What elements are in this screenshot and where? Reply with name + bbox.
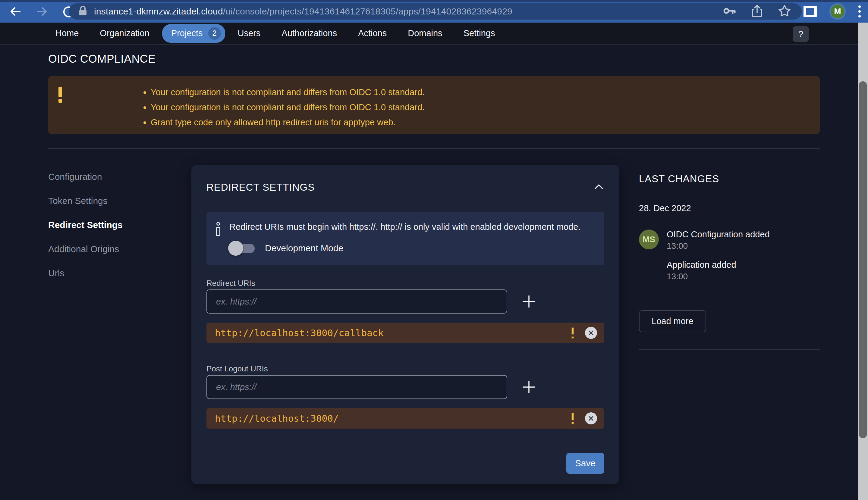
event-label: OIDC Configuration added <box>667 229 770 239</box>
redirect-uri-value: http://localhost:3000/callback <box>215 327 571 338</box>
tab-organization[interactable]: Organization <box>91 25 158 42</box>
dev-mode-info-text: Redirect URIs must begin with https://. … <box>229 221 580 233</box>
lock-icon <box>78 5 87 18</box>
post-logout-uri-input[interactable] <box>207 375 507 399</box>
projects-count-badge: 2 <box>208 27 221 40</box>
development-mode-toggle[interactable] <box>229 242 255 254</box>
address-bar[interactable]: instance1-dkmnzw.zitadel.cloud/ui/consol… <box>69 3 802 20</box>
tab-settings[interactable]: Settings <box>455 25 504 42</box>
tab-users[interactable]: Users <box>229 25 269 42</box>
share-icon[interactable] <box>752 4 763 19</box>
event-time: 13:00 <box>667 272 770 281</box>
section-divider <box>48 148 820 149</box>
changes-date: 28. Dec 2022 <box>639 203 820 213</box>
uri-warning-icon <box>571 413 574 424</box>
redirect-uri-chip: http://localhost:3000/callback <box>207 322 604 343</box>
window-top-edge <box>0 0 868 2</box>
tab-home[interactable]: Home <box>47 25 87 42</box>
compliance-warning-item: Your configuration is not compliant and … <box>151 84 425 100</box>
dev-mode-info-box: Redirect URIs must begin with https://. … <box>207 212 604 265</box>
subnav-item-token-settings[interactable]: Token Settings <box>48 196 123 206</box>
changes-divider <box>639 349 820 350</box>
url-host: instance1-dkmnzw.zitadel.cloud <box>94 6 223 16</box>
url-path: /ui/console/projects/194136146127618305/… <box>223 6 512 16</box>
last-changes-title: LAST CHANGES <box>639 173 820 185</box>
change-event: OIDC Configuration added 13:00 <box>667 229 770 251</box>
compliance-warning-box: Your configuration is not compliant and … <box>48 76 820 134</box>
subnav-item-urls[interactable]: Urls <box>48 268 123 278</box>
scrollbar-thumb[interactable] <box>859 81 867 438</box>
help-button[interactable]: ? <box>793 26 809 42</box>
post-logout-uri-chip: http://localhost:3000/ <box>207 408 604 429</box>
oidc-compliance-title: OIDC COMPLIANCE <box>48 53 156 65</box>
tab-domains[interactable]: Domains <box>399 25 450 42</box>
user-avatar: MS <box>639 229 659 249</box>
bookmark-star-icon[interactable] <box>778 4 791 19</box>
settings-subnav: Configuration Token Settings Redirect Se… <box>48 172 123 278</box>
event-label: Application added <box>667 260 770 270</box>
subnav-item-redirect-settings[interactable]: Redirect Settings <box>48 220 123 230</box>
warning-icon <box>58 87 63 103</box>
remove-post-logout-uri-button[interactable] <box>585 412 597 424</box>
load-more-button[interactable]: Load more <box>639 310 706 332</box>
tab-projects[interactable]: Projects 2 <box>162 24 225 43</box>
back-icon[interactable] <box>9 5 22 18</box>
uri-warning-icon <box>571 327 574 339</box>
subnav-item-configuration[interactable]: Configuration <box>48 172 123 182</box>
save-button[interactable]: Save <box>566 453 604 474</box>
add-redirect-uri-button[interactable] <box>520 293 538 310</box>
remove-redirect-uri-button[interactable] <box>585 327 597 339</box>
screen: instance1-dkmnzw.zitadel.cloud/ui/consol… <box>0 0 868 500</box>
compliance-warning-item: Grant type code only allowed http redire… <box>151 115 425 130</box>
tab-projects-label: Projects <box>171 28 203 38</box>
scrollbar-track[interactable] <box>858 23 868 500</box>
app-nav: Home Organization Projects 2 Users Autho… <box>0 23 868 45</box>
browser-toolbar: instance1-dkmnzw.zitadel.cloud/ui/consol… <box>0 0 868 23</box>
last-changes-panel: LAST CHANGES 28. Dec 2022 MS OIDC Config… <box>639 173 820 350</box>
browser-profile-avatar[interactable]: M <box>830 3 846 20</box>
add-post-logout-uri-button[interactable] <box>520 378 538 396</box>
card-title: REDIRECT SETTINGS <box>207 182 315 193</box>
change-event: Application added 13:00 <box>667 260 770 281</box>
redirect-settings-card: REDIRECT SETTINGS Redirect URIs must beg… <box>191 165 619 484</box>
info-icon <box>215 222 221 236</box>
event-time: 13:00 <box>667 241 770 251</box>
post-logout-uri-value: http://localhost:3000/ <box>215 413 571 424</box>
forward-icon[interactable] <box>35 5 48 18</box>
development-mode-label: Development Mode <box>265 243 343 253</box>
redirect-uri-input[interactable] <box>207 289 507 314</box>
post-logout-uris-label: Post Logout URIs <box>207 364 268 374</box>
subnav-item-additional-origins[interactable]: Additional Origins <box>48 244 123 254</box>
password-key-icon[interactable] <box>723 6 736 16</box>
side-panel-icon[interactable] <box>803 6 817 17</box>
tab-actions[interactable]: Actions <box>349 25 395 42</box>
redirect-uris-label: Redirect URIs <box>207 279 255 288</box>
tab-authorizations[interactable]: Authorizations <box>273 25 345 42</box>
url-text: instance1-dkmnzw.zitadel.cloud/ui/consol… <box>94 6 512 16</box>
collapse-chevron-icon[interactable] <box>593 183 604 192</box>
compliance-warning-item: Your configuration is not compliant and … <box>151 100 425 115</box>
browser-menu-icon[interactable] <box>858 5 861 18</box>
